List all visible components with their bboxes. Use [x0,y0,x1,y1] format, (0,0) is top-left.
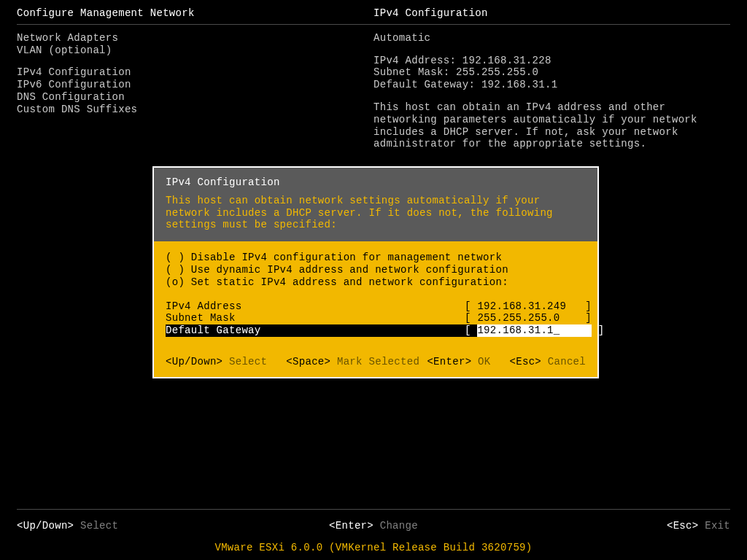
footer-hints: <Up/Down> Select <Enter> Change <Esc> Ex… [0,520,747,532]
dialog-option-0[interactable]: ( ) Disable IPv4 configuration for manag… [166,252,586,264]
field-label: IPv4 Address [166,300,465,313]
field-value[interactable]: [ 192.168.31.1_ ] [465,324,604,337]
detail-default-gateway: Default Gateway: 192.168.31.1 [374,79,730,91]
header-divider [17,24,730,25]
field-row-ipv4-address[interactable]: IPv4 Address[ 192.168.31.249 ] [166,300,586,313]
header-row: Configure Management Network IPv4 Config… [0,0,747,23]
header-left-title: Configure Management Network [17,7,374,20]
detail-mode: Automatic [374,32,730,44]
menu-item-ipv6[interactable]: IPv6 Configuration [17,79,374,91]
menu-item-vlan[interactable]: VLAN (optional) [17,44,374,57]
footer-divider [17,509,730,510]
hint-updown: <Up/Down> Select [166,356,267,368]
footer-left: <Up/Down> Select [17,520,255,532]
dialog-options[interactable]: ( ) Disable IPv4 configuration for manag… [166,252,586,288]
product-version-line: VMware ESXi 6.0.0 (VMKernel Release Buil… [0,542,747,554]
hint-space: <Space> Mark Selected [267,356,419,368]
menu-item-dns[interactable]: DNS Configuration [17,91,374,104]
field-value[interactable]: [ 192.168.31.249 ] [465,300,592,313]
header-right-title: IPv4 Configuration [374,7,730,20]
body-columns: Network Adapters VLAN (optional) IPv4 Co… [0,32,747,150]
menu-item-network-adapters[interactable]: Network Adapters [17,32,374,44]
dialog-subtitle: This host can obtain network settings au… [166,195,586,231]
footer-center: <Enter> Change [255,520,492,532]
detail-spacer-2 [374,91,730,101]
left-menu[interactable]: Network Adapters VLAN (optional) IPv4 Co… [17,32,374,150]
right-detail-panel: Automatic IPv4 Address: 192.168.31.228 S… [374,32,730,150]
detail-subnet-mask: Subnet Mask: 255.255.255.0 [374,66,730,79]
detail-description: This host can obtain an IPv4 address and… [374,101,716,150]
dialog-body: ( ) Disable IPv4 configuration for manag… [154,241,597,377]
dialog-option-2[interactable]: (o) Set static IPv4 address and network … [166,276,586,289]
footer-right: <Esc> Exit [492,520,730,532]
dialog-title: IPv4 Configuration [166,176,586,189]
menu-item-dns-suffixes[interactable]: Custom DNS Suffixes [17,104,374,116]
hint-spacer [419,356,427,368]
field-label: Subnet Mask [166,312,465,324]
dialog-header: IPv4 Configuration This host can obtain … [154,168,597,241]
dialog-fields[interactable]: IPv4 Address[ 192.168.31.249 ]Subnet Mas… [166,300,586,337]
dcui-screen: Configure Management Network IPv4 Config… [0,0,747,560]
menu-spacer [17,56,374,66]
hint-esc[interactable]: <Esc> Cancel [490,356,586,368]
field-row-default-gateway[interactable]: Default Gateway[ 192.168.31.1_ ] [166,324,586,337]
dialog-hints: <Up/Down> Select <Space> Mark Selected <… [166,356,586,368]
detail-ipv4-address: IPv4 Address: 192.168.31.228 [374,55,730,67]
field-row-subnet-mask[interactable]: Subnet Mask[ 255.255.255.0 ] [166,312,586,324]
ipv4-config-dialog: IPv4 Configuration This host can obtain … [152,166,599,378]
detail-spacer-1 [374,44,730,55]
hint-enter[interactable]: <Enter> OK [427,356,490,368]
dialog-option-1[interactable]: ( ) Use dynamic IPv4 address and network… [166,264,586,276]
menu-item-ipv4[interactable]: IPv4 Configuration [17,66,374,79]
field-label: Default Gateway [166,324,465,337]
field-value[interactable]: [ 255.255.255.0 ] [465,312,592,324]
